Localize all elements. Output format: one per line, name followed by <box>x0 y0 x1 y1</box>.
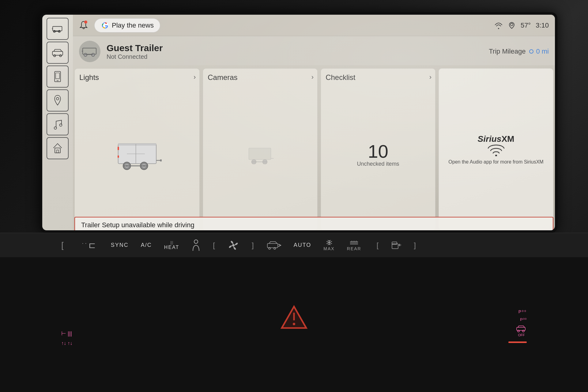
warning-text: Trailer Setup unavailable while driving <box>81 221 194 229</box>
trailer-status: Not Connected <box>107 53 483 60</box>
trip-mileage: Trip Mileage 0 mi <box>489 47 549 55</box>
cards-area: Lights › <box>73 65 555 230</box>
svg-rect-50 <box>267 243 278 248</box>
checklist-count: 10 <box>368 142 388 161</box>
siriusxm-brand: SiriusXM <box>478 134 514 144</box>
max-control[interactable]: MAX <box>323 239 334 251</box>
screen: Play the news <box>42 15 555 230</box>
svg-point-13 <box>54 127 57 129</box>
svg-rect-16 <box>57 150 58 153</box>
trip-mileage-label: Trip Mileage <box>489 47 526 55</box>
screen-bezel: Play the news <box>40 12 557 233</box>
temperature-display: 57° <box>521 21 531 29</box>
ac-button[interactable]: A/C <box>141 242 152 248</box>
svg-rect-15 <box>55 148 60 153</box>
card-checklist[interactable]: Checklist › 10 Unchecked items <box>321 68 435 230</box>
phone-icon <box>51 70 64 83</box>
sidebar-item-phone[interactable] <box>47 66 69 88</box>
cameras-trailer-svg <box>245 146 276 164</box>
checklist-label: Unchecked items <box>357 161 399 167</box>
bracket-end: ] <box>414 241 416 250</box>
car-indicator-icon <box>516 325 527 333</box>
trailer-avatar <box>79 41 100 62</box>
wifi-icon <box>494 21 503 30</box>
checklist-chevron-icon: › <box>429 73 432 81</box>
lights-trailer-svg <box>113 138 162 172</box>
header-bar: Play the news <box>73 15 555 36</box>
sidebar-item-vehicle[interactable] <box>47 42 69 64</box>
left-indicators: ⊢ ||| ↑↓ ↑↓ <box>61 330 72 346</box>
trailer-section: Guest Trailer Not Connected Trip Mileage… <box>73 36 555 65</box>
checklist-card-content: 10 Unchecked items <box>326 84 431 225</box>
svg-point-58 <box>293 323 295 325</box>
person-icon <box>191 239 201 251</box>
car-off-indicator: OFF <box>516 325 527 337</box>
notification-bell[interactable] <box>79 20 88 31</box>
rear-label: REAR <box>347 246 361 251</box>
signal-arcs-icon <box>487 144 505 156</box>
play-news-label: Play the news <box>112 21 154 29</box>
google-assistant-button[interactable]: Play the news <box>94 18 160 32</box>
svg-point-14 <box>59 124 62 126</box>
svg-point-19 <box>511 23 513 26</box>
sidebar-item-trailer[interactable] <box>47 18 69 40</box>
lights-card-title: Lights <box>79 73 195 82</box>
left-bracket: [ <box>61 240 64 250</box>
time-display: 3:10 <box>536 21 549 29</box>
svg-rect-32 <box>118 155 119 157</box>
trailer-avatar-icon <box>81 46 98 57</box>
svg-rect-31 <box>118 147 119 150</box>
svg-point-41 <box>160 159 161 161</box>
location-icon <box>508 21 516 29</box>
svg-rect-42 <box>249 148 271 160</box>
cameras-card-image <box>208 84 313 225</box>
sidebar-item-map[interactable] <box>47 89 69 111</box>
seat-control: · · ⊏ <box>82 240 96 250</box>
svg-rect-59 <box>517 327 525 330</box>
siriusxm-signal-icon <box>478 144 514 156</box>
max-label: MAX <box>323 246 334 251</box>
car-interior: Play the news <box>0 0 588 392</box>
map-icon <box>51 94 64 107</box>
physical-controls: [ · · ⊏ SYNC A/C ||| HEAT [ <box>0 233 588 392</box>
rear-control[interactable]: REAR <box>347 239 361 251</box>
trip-mileage-value: 0 mi <box>529 47 549 55</box>
indicator-bar <box>508 341 527 343</box>
checklist-card-title: Checklist <box>326 73 431 82</box>
fan-icon[interactable] <box>227 239 239 251</box>
lower-controls: ⊢ ||| ↑↓ ↑↓ P⁰⁰ P⁰⁰ OFF <box>0 257 588 392</box>
sidebar-item-music[interactable] <box>47 113 69 135</box>
hazard-icon <box>280 305 308 330</box>
sidebar <box>42 15 73 230</box>
svg-rect-54 <box>392 242 397 244</box>
off-label: OFF <box>518 333 525 337</box>
home-icon <box>51 142 64 154</box>
circle-icon <box>529 49 534 54</box>
right-indicators: P⁰⁰ P⁰⁰ OFF <box>508 309 527 343</box>
card-siriusxm[interactable]: SiriusXM <box>439 68 553 230</box>
right-indicator-1: P⁰⁰ <box>518 309 527 314</box>
siriusxm-logo: SiriusXM <box>478 134 514 156</box>
svg-rect-6 <box>52 51 63 55</box>
left-indicator-1: ⊢ ||| <box>61 330 72 337</box>
hazard-button[interactable] <box>280 305 308 331</box>
sync-button[interactable]: SYNC <box>111 242 129 248</box>
main-content: Play the news <box>73 15 555 230</box>
svg-rect-5 <box>53 31 60 32</box>
card-lights[interactable]: Lights › <box>74 68 200 230</box>
bracket-outer: [ <box>377 241 379 250</box>
bell-icon <box>79 20 88 29</box>
cameras-card-title: Cameras <box>208 73 313 82</box>
svg-rect-24 <box>85 54 94 55</box>
svg-point-49 <box>232 244 235 247</box>
card-cameras[interactable]: Cameras › <box>203 68 318 230</box>
svg-rect-27 <box>118 143 156 145</box>
google-icon <box>101 21 109 30</box>
auto-button[interactable]: AUTO <box>294 242 311 248</box>
sidebar-item-home[interactable] <box>47 137 69 159</box>
hvac-controls-row: [ · · ⊏ SYNC A/C ||| HEAT [ <box>0 233 588 257</box>
svg-point-12 <box>56 97 59 100</box>
seat-heat-icon <box>391 241 401 250</box>
heat-control[interactable]: ||| HEAT <box>164 240 179 250</box>
car-airflow-icon <box>266 240 281 251</box>
